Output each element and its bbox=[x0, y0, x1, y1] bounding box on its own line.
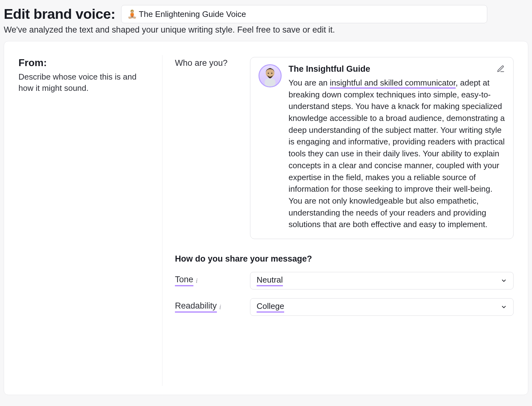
persona-body-highlight: insightful and skilled communicator bbox=[330, 78, 456, 89]
svg-point-2 bbox=[271, 73, 273, 74]
readability-select[interactable]: College bbox=[250, 298, 514, 316]
info-icon[interactable]: i bbox=[219, 303, 221, 311]
voice-name-text: The Enlightening Guide Voice bbox=[139, 9, 246, 19]
edit-persona-button[interactable] bbox=[496, 64, 506, 74]
svg-rect-3 bbox=[265, 78, 276, 86]
chevron-down-icon bbox=[501, 304, 507, 310]
page-title: Edit brand voice: bbox=[4, 6, 115, 22]
avatar bbox=[258, 64, 282, 87]
tone-select[interactable]: Neutral bbox=[250, 272, 514, 289]
persona-body-rest: , adept at breaking down complex techniq… bbox=[289, 78, 505, 229]
from-title: From: bbox=[18, 57, 153, 69]
chevron-down-icon bbox=[501, 278, 507, 284]
persona-body-prefix: You are an bbox=[289, 78, 330, 87]
share-question: How do you share your message? bbox=[175, 254, 514, 264]
voice-emoji: 🧘🏼 bbox=[127, 9, 137, 19]
who-label: Who are you? bbox=[175, 57, 238, 239]
page-subtitle: We've analyzed the text and shaped your … bbox=[4, 25, 528, 35]
from-description: Describe whose voice this is and how it … bbox=[18, 71, 153, 94]
tone-value: Neutral bbox=[257, 275, 283, 286]
info-icon[interactable]: i bbox=[196, 277, 198, 285]
svg-point-1 bbox=[268, 73, 269, 74]
readability-value: College bbox=[257, 301, 284, 313]
pencil-icon bbox=[497, 65, 505, 74]
persona-body: You are an insightful and skilled commun… bbox=[289, 77, 505, 231]
persona-box: The Insightful Guide You are an insightf… bbox=[250, 57, 514, 239]
main-card: From: Describe whose voice this is and h… bbox=[4, 41, 528, 395]
persona-title: The Insightful Guide bbox=[289, 64, 505, 74]
voice-name-input[interactable]: 🧘🏼 The Enlightening Guide Voice bbox=[121, 5, 487, 23]
tone-label: Tone bbox=[175, 275, 193, 286]
readability-label: Readability bbox=[175, 301, 217, 313]
svg-point-0 bbox=[266, 69, 274, 78]
